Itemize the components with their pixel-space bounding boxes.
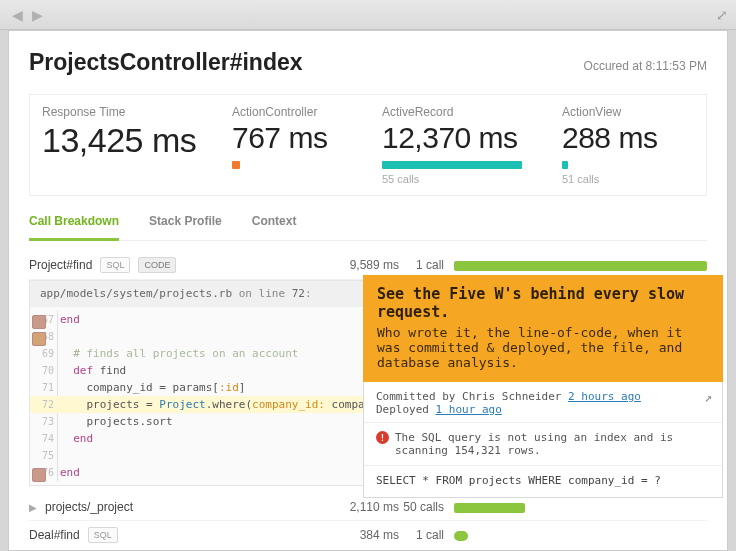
sql-pill[interactable]: SQL	[88, 527, 118, 543]
author-avatar[interactable]	[32, 468, 46, 482]
metric-bar	[382, 161, 522, 169]
trace-calls: 1 call	[399, 528, 454, 542]
metric-label: Response Time	[42, 105, 204, 119]
trace-time: 2,110 ms	[329, 500, 399, 514]
metric-value: 12,370 ms	[382, 121, 534, 155]
trace-bar	[454, 503, 525, 513]
committed-line: Committed by Chris Schneider 2 hours ago	[376, 390, 710, 403]
code-panel: app/models/system/projects.rb on line 72…	[29, 280, 707, 486]
page-content: ProjectsController#index Occured at 8:11…	[8, 30, 728, 551]
metric-value: 288 ms	[562, 121, 702, 155]
sql-text: SELECT * FROM projects WHERE company_id …	[364, 466, 722, 497]
author-avatar[interactable]	[32, 315, 46, 329]
window-titlebar: ◀ ▶ ⤢	[0, 0, 736, 30]
metric-bar	[232, 161, 240, 169]
tab-call-breakdown[interactable]: Call Breakdown	[29, 208, 119, 241]
author-avatar[interactable]	[32, 332, 46, 346]
metric-label: ActionView	[562, 105, 702, 119]
metric-calls: 51 calls	[562, 173, 702, 185]
tab-stack-profile[interactable]: Stack Profile	[149, 208, 222, 240]
metrics-panel: Response Time 13,425 ms ActionController…	[29, 94, 707, 196]
metric-value: 13,425 ms	[42, 121, 204, 160]
external-link-icon[interactable]: ↗	[704, 390, 712, 405]
trace-time: 384 ms	[329, 528, 399, 542]
metric-label: ActionController	[232, 105, 354, 119]
trace-time: 9,589 ms	[329, 258, 399, 272]
trace-name: Deal#find	[29, 528, 80, 542]
metric-calls: 55 calls	[382, 173, 534, 185]
nav-back-button[interactable]: ◀	[8, 6, 26, 24]
trace-calls: 50 calls	[399, 500, 454, 514]
nav-forward-button[interactable]: ▶	[28, 6, 46, 24]
deployed-line: Deployed 1 hour ago	[376, 403, 710, 416]
metric-bar	[562, 161, 568, 169]
expand-triangle-icon[interactable]: ▶	[29, 502, 37, 513]
occurred-at: Occured at 8:11:53 PM	[584, 59, 707, 73]
metric-action-view: ActionView 288 ms 51 calls	[562, 105, 728, 185]
warning-text: The SQL query is not using an index and …	[395, 431, 710, 457]
tabs: Call Breakdown Stack Profile Context	[29, 208, 707, 241]
trace-bar	[454, 261, 707, 271]
committed-link[interactable]: 2 hours ago	[568, 390, 641, 403]
sql-pill[interactable]: SQL	[100, 257, 130, 273]
page-title: ProjectsController#index	[29, 49, 303, 76]
warning-icon: !	[376, 431, 389, 444]
insight-popover: See the Five W's behind every slow reque…	[363, 275, 723, 498]
trace-row[interactable]: Deal#find SQL 384 ms 1 call	[29, 521, 707, 549]
metric-label: ActiveRecord	[382, 105, 534, 119]
expand-icon[interactable]: ⤢	[716, 7, 728, 23]
popover-sub: Who wrote it, the line-of-code, when it …	[377, 325, 709, 370]
trace-row[interactable]: ▶ projects/_project 2,110 ms 50 calls	[29, 494, 707, 521]
code-pill[interactable]: CODE	[138, 257, 176, 273]
metric-value: 767 ms	[232, 121, 354, 155]
deployed-link[interactable]: 1 hour ago	[436, 403, 502, 416]
metric-active-record: ActiveRecord 12,370 ms 55 calls	[382, 105, 562, 185]
metric-action-controller: ActionController 767 ms	[232, 105, 382, 185]
tab-context[interactable]: Context	[252, 208, 297, 240]
trace-calls: 1 call	[399, 258, 454, 272]
trace-name: projects/_project	[45, 500, 133, 514]
trace-bar	[454, 531, 468, 541]
metric-response-time: Response Time 13,425 ms	[42, 105, 232, 185]
popover-headline: See the Five W's behind every slow reque…	[377, 285, 709, 321]
code-lines: 67end 68 69 # finds all projects on an a…	[30, 307, 706, 485]
trace-name: Project#find	[29, 258, 92, 272]
